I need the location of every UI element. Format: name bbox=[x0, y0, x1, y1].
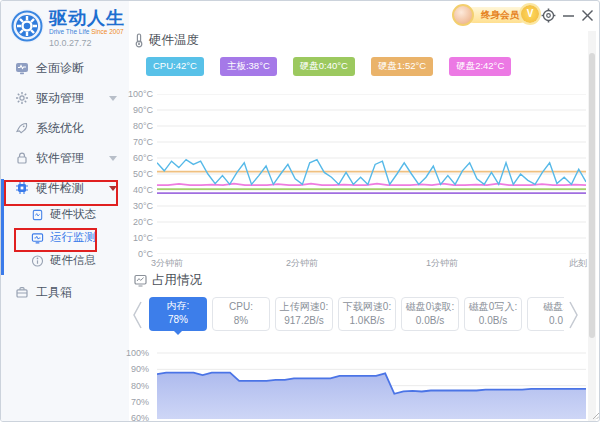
usage-card-title: 内存: bbox=[149, 299, 207, 313]
toolbox-icon bbox=[15, 285, 29, 299]
app-tagline: Drive The Life bbox=[49, 28, 89, 35]
usage-card-cpu[interactable]: CPU:8% bbox=[212, 297, 270, 331]
temp-badge-board[interactable]: 主板:38°C bbox=[220, 57, 277, 76]
usage-card-value: 0.0B/s bbox=[465, 314, 521, 328]
sidebar-item-label: 硬件检测 bbox=[36, 180, 84, 197]
sidebar-item-label: 驱动管理 bbox=[36, 90, 84, 107]
diagnose-icon bbox=[15, 61, 29, 75]
usage-card-title: 磁盘0读取: bbox=[402, 300, 458, 314]
temp-badge-disk0[interactable]: 硬盘0:40°C bbox=[293, 57, 355, 76]
usage-card-value: 8% bbox=[213, 314, 269, 328]
sidebar-item-label: 硬件状态 bbox=[50, 207, 96, 222]
app-logo: 驱动人生 Drive The Life Since 2007 10.0.27.7… bbox=[9, 8, 125, 48]
temp-ytick-8: 20°C bbox=[127, 217, 153, 227]
app-version: 10.0.27.72 bbox=[49, 38, 125, 48]
rocket-icon bbox=[15, 121, 29, 135]
logo-gear-icon bbox=[9, 8, 45, 44]
usage-card-value: 78% bbox=[149, 313, 207, 327]
temp-ytick-5: 50°C bbox=[127, 169, 153, 179]
sidebar: 驱动人生 Drive The Life Since 2007 10.0.27.7… bbox=[1, 1, 129, 422]
lock-icon bbox=[15, 151, 29, 165]
chevron-down-icon[interactable] bbox=[109, 186, 117, 191]
temp-ytick-0: 100°C bbox=[127, 89, 153, 99]
usage-card-title: CPU: bbox=[213, 300, 269, 314]
mem-ytick-0: 100% bbox=[123, 348, 149, 358]
temp-ytick-3: 70°C bbox=[127, 137, 153, 147]
temp-ytick-10: 0°C bbox=[127, 249, 153, 259]
cards-scroll-right-icon[interactable] bbox=[568, 300, 579, 334]
usage-monitor-icon bbox=[134, 274, 147, 287]
sidebar-item-label: 全面诊断 bbox=[36, 60, 84, 77]
chevron-down-icon[interactable] bbox=[109, 156, 117, 161]
sidebar-item-hardware[interactable]: 硬件检测 bbox=[1, 173, 129, 203]
temp-ytick-4: 60°C bbox=[127, 153, 153, 163]
sidebar-item-label: 工具箱 bbox=[36, 284, 72, 301]
app-title: 驱动人生 bbox=[49, 8, 125, 28]
temperature-badges: CPU:42°C主板:38°C硬盘0:40°C硬盘1:52°C硬盘2:42°C bbox=[146, 57, 511, 76]
usage-card-memory[interactable]: 内存:78% bbox=[149, 297, 207, 331]
mem-ytick-4: 60% bbox=[123, 413, 149, 422]
resize-grip-icon[interactable] bbox=[590, 410, 600, 420]
usage-card-disk0-write[interactable]: 磁盘0写入:0.0B/s bbox=[464, 297, 522, 331]
sidebar-active-indicator bbox=[1, 179, 4, 275]
usage-card-upload[interactable]: 上传网速0:917.2B/s bbox=[275, 297, 333, 331]
temp-xtick-1: 2分钟前 bbox=[286, 257, 318, 270]
usage-card-value: 0.0B/s bbox=[402, 314, 458, 328]
temp-badge-disk1[interactable]: 硬盘1:52°C bbox=[371, 57, 433, 76]
temp-xtick-2: 1分钟前 bbox=[426, 257, 458, 270]
status-icon bbox=[31, 208, 44, 221]
usage-card-disk1[interactable]: 磁盘10.0 bbox=[527, 297, 564, 331]
close-button[interactable] bbox=[578, 6, 596, 24]
usage-cards: 内存:78%CPU:8%上传网速0:917.2B/s下载网速0:1.0KB/s磁… bbox=[149, 297, 564, 331]
settings-gear-icon[interactable] bbox=[539, 6, 557, 24]
usage-card-title: 磁盘1 bbox=[528, 300, 564, 314]
minimize-button[interactable] bbox=[559, 6, 577, 24]
temp-badge-cpu[interactable]: CPU:42°C bbox=[146, 57, 204, 76]
monitor-icon bbox=[31, 231, 44, 244]
temp-ytick-2: 80°C bbox=[127, 121, 153, 131]
sidebar-item-label: 系统优化 bbox=[36, 120, 84, 137]
sidebar-item-optimize[interactable]: 系统优化 bbox=[1, 113, 129, 143]
usage-card-disk0-read[interactable]: 磁盘0读取:0.0B/s bbox=[401, 297, 459, 331]
temp-ytick-7: 30°C bbox=[127, 201, 153, 211]
mem-ytick-1: 90% bbox=[123, 364, 149, 374]
vip-v-icon[interactable]: V bbox=[521, 5, 539, 23]
sidebar-item-label: 硬件信息 bbox=[50, 253, 96, 268]
app-window: 驱动人生 Drive The Life Since 2007 10.0.27.7… bbox=[0, 0, 600, 422]
sidebar-item-label: 运行监测 bbox=[50, 230, 96, 245]
sidebar-item-hw-status[interactable]: 硬件状态 bbox=[1, 203, 129, 226]
sidebar-item-toolbox[interactable]: 工具箱 bbox=[1, 277, 129, 307]
usage-card-title: 下载网速0: bbox=[339, 300, 395, 314]
sidebar-item-run-monitor[interactable]: 运行监测 bbox=[1, 226, 129, 249]
temp-badge-disk2[interactable]: 硬盘2:42°C bbox=[449, 57, 511, 76]
temperature-section-title: 硬件温度 bbox=[134, 32, 199, 49]
sidebar-item-driver[interactable]: 驱动管理 bbox=[1, 83, 129, 113]
series-硬盘2 bbox=[157, 184, 586, 186]
usage-section-title: 占用情况 bbox=[134, 272, 202, 289]
usage-card-value: 917.2B/s bbox=[276, 314, 332, 328]
chip-icon bbox=[15, 181, 29, 195]
sidebar-item-software[interactable]: 软件管理 bbox=[1, 143, 129, 173]
sidebar-item-diagnose[interactable]: 全面诊断 bbox=[1, 53, 129, 83]
usage-card-value: 1.0KB/s bbox=[339, 314, 395, 328]
chevron-down-icon[interactable] bbox=[109, 96, 117, 101]
sidebar-item-hw-info[interactable]: 硬件信息 bbox=[1, 249, 129, 272]
temp-ytick-1: 90°C bbox=[127, 105, 153, 115]
user-avatar[interactable] bbox=[452, 4, 474, 26]
vertical-scrollbar[interactable] bbox=[588, 31, 596, 422]
cards-scroll-left-icon[interactable] bbox=[132, 300, 143, 334]
mem-ytick-3: 70% bbox=[123, 397, 149, 407]
usage-card-title: 磁盘0写入: bbox=[465, 300, 521, 314]
membership-badge[interactable]: 终身会员 bbox=[465, 7, 528, 23]
sidebar-item-label: 软件管理 bbox=[36, 150, 84, 167]
sidebar-nav: 全面诊断驱动管理系统优化软件管理硬件检测硬件状态运行监测硬件信息工具箱 bbox=[1, 53, 129, 307]
usage-card-download[interactable]: 下载网速0:1.0KB/s bbox=[338, 297, 396, 331]
info-icon bbox=[31, 254, 44, 267]
usage-card-value: 0.0 bbox=[528, 314, 564, 328]
temp-xtick-3: 此刻 bbox=[569, 257, 587, 270]
temp-ytick-9: 10°C bbox=[127, 233, 153, 243]
temp-ytick-6: 40°C bbox=[127, 185, 153, 195]
mem-ytick-2: 80% bbox=[123, 381, 149, 391]
memory-usage-chart bbox=[157, 349, 586, 419]
scrollbar-thumb[interactable] bbox=[589, 53, 595, 338]
